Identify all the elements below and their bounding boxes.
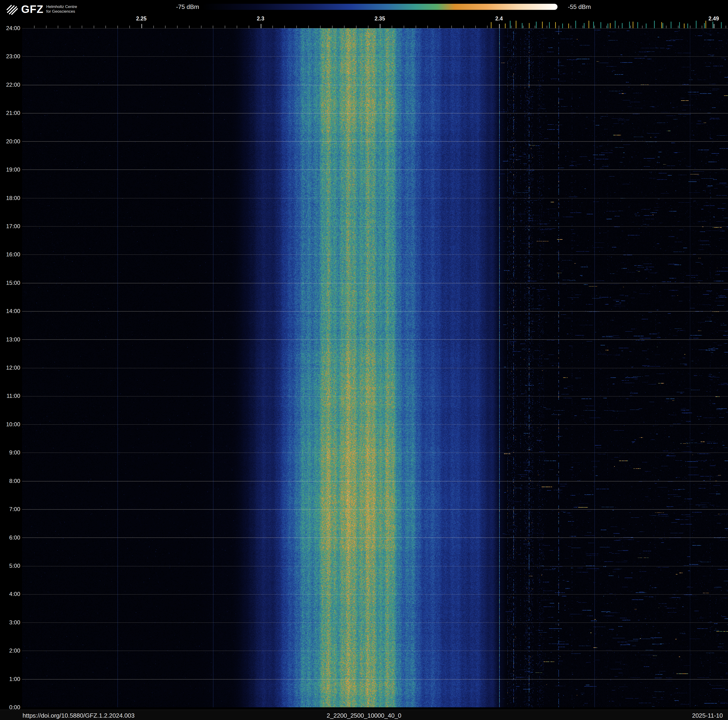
freq-minor-tick: [368, 26, 369, 28]
time-tick-label-1:00: 1:00: [0, 676, 20, 682]
freq-minor-tick: [416, 26, 416, 28]
freq-minor-tick: [487, 26, 488, 28]
time-tick-label-8:00: 8:00: [0, 478, 20, 484]
time-tick-label-2:00: 2:00: [0, 648, 20, 654]
freq-minor-tick: [237, 26, 237, 28]
marker-tick-yellow: [705, 21, 706, 28]
gfz-logo-subtitle-line1: Helmholtz Centre: [46, 5, 77, 9]
time-tick-label-24:00: 24:00: [0, 25, 20, 31]
freq-minor-tick: [547, 26, 547, 28]
time-tick-label-12:00: 12:00: [0, 365, 20, 371]
freq-minor-tick: [380, 24, 381, 28]
freq-minor-tick: [511, 26, 511, 28]
freq-minor-tick: [523, 26, 523, 28]
time-tick-label-13:00: 13:00: [0, 337, 20, 342]
freq-minor-tick: [308, 26, 309, 28]
time-tick-label-7:00: 7:00: [0, 506, 20, 512]
time-tick-label-4:00: 4:00: [0, 591, 20, 597]
freq-minor-tick: [666, 26, 667, 28]
freq-minor-tick: [475, 26, 476, 28]
marker-tick-teal: [646, 23, 647, 28]
marker-tick-teal: [629, 21, 630, 28]
freq-minor-tick: [201, 26, 202, 28]
marker-tick-teal: [593, 21, 594, 28]
freq-minor-tick: [94, 26, 94, 28]
freq-minor-tick: [427, 26, 428, 28]
freq-tick-label-2.35: 2.35: [366, 15, 394, 22]
marker-tick-yellow: [505, 23, 506, 28]
time-tick-label-16:00: 16:00: [0, 252, 20, 257]
freq-minor-tick: [118, 26, 118, 28]
freq-minor-tick: [106, 26, 106, 28]
time-tick-label-14:00: 14:00: [0, 308, 20, 314]
freq-minor-tick: [153, 26, 154, 28]
freq-minor-tick: [618, 26, 619, 28]
freq-minor-tick: [559, 26, 559, 28]
marker-tick-yellow: [589, 21, 589, 28]
marker-tick-yellow: [661, 22, 662, 28]
freq-minor-tick: [189, 26, 190, 28]
freq-minor-tick: [606, 26, 607, 28]
freq-minor-tick: [70, 26, 70, 28]
colorbar-gradient: [202, 4, 558, 10]
freq-minor-tick: [58, 26, 58, 28]
freq-minor-tick: [82, 26, 82, 28]
marker-tick-teal: [584, 23, 584, 28]
marker-tick-teal: [662, 23, 663, 28]
footer-filename: 2_2200_2500_10000_40_0: [0, 712, 728, 719]
gfz-logo: GFZ Helmholtz Centre for Geosciences: [6, 3, 77, 15]
freq-minor-tick: [46, 26, 46, 28]
freq-minor-tick: [213, 26, 213, 28]
freq-tick-label-2.49: 2.49: [700, 15, 728, 22]
freq-minor-tick: [344, 26, 344, 28]
freq-minor-tick: [165, 26, 165, 28]
time-tick-label-18:00: 18:00: [0, 195, 20, 201]
freq-minor-tick: [272, 26, 273, 28]
time-tick-label-11:00: 11:00: [0, 393, 20, 399]
marker-tick-teal: [615, 21, 615, 28]
freq-minor-tick: [570, 26, 571, 28]
time-tick-label-23:00: 23:00: [0, 54, 20, 59]
time-tick-label-0:00: 0:00: [0, 705, 20, 710]
gfz-logo-icon: [6, 3, 18, 15]
marker-tick-teal: [637, 22, 638, 28]
freq-minor-tick: [284, 26, 285, 28]
freq-minor-tick: [141, 24, 142, 28]
freq-minor-tick: [726, 26, 726, 28]
marker-tick-teal: [536, 21, 537, 28]
freq-minor-tick: [714, 24, 714, 28]
freq-minor-tick: [320, 26, 321, 28]
freq-minor-tick: [177, 26, 177, 28]
marker-tick-yellow: [633, 21, 633, 28]
marker-tick-teal: [654, 21, 655, 28]
freq-minor-tick: [690, 26, 690, 28]
gfz-logo-text: GFZ: [21, 3, 43, 15]
freq-minor-tick: [404, 26, 404, 28]
freq-tick-label-2.4: 2.4: [485, 15, 513, 22]
colorbar-min-label: -75 dBm: [164, 3, 199, 10]
freq-minor-tick: [225, 26, 225, 28]
marker-tick-teal: [721, 22, 722, 28]
colorbar-max-label: -55 dBm: [568, 3, 591, 10]
marker-tick-yellow: [491, 22, 491, 28]
marker-tick-teal: [510, 21, 511, 28]
marker-tick-yellow: [555, 22, 556, 28]
freq-minor-tick: [451, 26, 452, 28]
time-tick-label-10:00: 10:00: [0, 421, 20, 427]
freq-minor-tick: [583, 26, 583, 28]
marker-tick-teal: [696, 21, 696, 28]
freq-minor-tick: [129, 26, 130, 28]
freq-minor-tick: [594, 26, 595, 28]
gfz-logo-subtitle-line2: for Geosciences: [46, 9, 75, 14]
freq-minor-tick: [463, 26, 464, 28]
time-tick-label-9:00: 9:00: [0, 450, 20, 455]
marker-tick-teal: [607, 23, 608, 28]
footer: https://doi.org/10.5880/GFZ.1.2.2024.003…: [0, 710, 728, 720]
freq-minor-tick: [392, 26, 392, 28]
marker-tick-teal: [713, 21, 713, 28]
marker-tick-teal: [671, 21, 671, 28]
freq-minor-tick: [439, 26, 440, 28]
freq-minor-tick: [678, 26, 678, 28]
time-tick-label-19:00: 19:00: [0, 167, 20, 173]
marker-tick-yellow: [610, 23, 610, 28]
